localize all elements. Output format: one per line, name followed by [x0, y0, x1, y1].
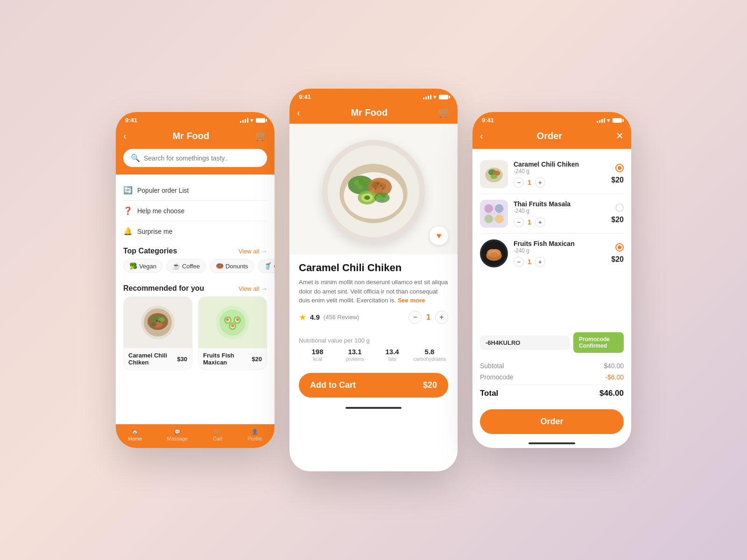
order-decrease-3[interactable]: − [514, 257, 524, 267]
cat-donuts[interactable]: 🍩 Donunts [210, 259, 254, 273]
search-icon: 🔍 [131, 154, 140, 162]
search-bar[interactable]: 🔍 [123, 149, 267, 167]
order-price-1: $20 [611, 176, 624, 184]
cart-icon-1[interactable]: 🛒 [255, 130, 267, 141]
menu-popular-label: Populer order List [137, 187, 189, 194]
status-icons-1: ▾ [240, 117, 265, 124]
see-more-link[interactable]: See more [398, 297, 425, 304]
recommended-grid: Caramel Chili Chiken $30 [116, 296, 275, 378]
order-radio-3[interactable] [615, 243, 624, 252]
status-bar-3: 9:41 ▾ [472, 112, 631, 126]
cart-icon-2[interactable]: 🛒 [438, 107, 450, 118]
close-btn[interactable]: ✕ [616, 130, 624, 141]
home-icon: 🏠 [132, 429, 138, 435]
increase-qty-btn[interactable]: + [435, 311, 448, 324]
recommended-header: Recommended for you View all → [116, 279, 275, 296]
order-item-details-1: Caramel Chili Chiken -240 g − 1 + [514, 161, 606, 188]
svg-point-3 [152, 316, 159, 322]
order-item-weight-1: -240 g [514, 168, 606, 175]
signal-1 [240, 118, 248, 123]
header-2: ‹ Mr Food 🛒 [289, 103, 458, 124]
bottom-nav-1: 🏠 Home 💬 Massage 🛒 Cart 👤 Profile [116, 424, 275, 448]
menu-item-surprise[interactable]: 🔔 Surprise me [123, 221, 267, 241]
order-qty-row-1: − 1 + [514, 177, 606, 188]
content-1: 🔄 Populer order List ❓ Help me choose 🔔 … [116, 175, 275, 424]
back-btn-2[interactable]: ‹ [297, 107, 300, 118]
nav-home[interactable]: 🏠 Home [128, 429, 142, 441]
recommended-view-all[interactable]: View all → [239, 285, 267, 292]
menu-section: 🔄 Populer order List ❓ Help me choose 🔔 … [116, 175, 275, 241]
order-decrease-2[interactable]: − [514, 217, 524, 227]
time-1: 9:41 [125, 117, 137, 124]
add-to-cart-button[interactable]: Add to Cart $20 [299, 373, 448, 398]
quantity-value: 1 [426, 313, 430, 322]
favorite-button[interactable]: ♥ [430, 226, 448, 245]
menu-item-popular[interactable]: 🔄 Populer order List [123, 180, 267, 201]
nav-message[interactable]: 💬 Massage [167, 429, 188, 441]
total-label: Total [480, 389, 498, 398]
cat-coffee[interactable]: ☕ Coffee [166, 259, 206, 273]
rec-card-1[interactable]: Caramel Chili Chiken $30 [123, 296, 192, 370]
back-btn-3[interactable]: ‹ [480, 131, 483, 141]
order-increase-3[interactable]: + [535, 257, 545, 267]
time-2: 9:41 [299, 93, 311, 100]
svg-point-38 [364, 196, 370, 200]
order-item-img-3 [480, 239, 508, 267]
cat-coffee-label: Coffee [182, 263, 200, 270]
svg-point-27 [363, 183, 367, 187]
back-btn-1[interactable]: ‹ [123, 131, 127, 141]
nutrition-fats: 13.4 fats [374, 348, 411, 362]
promo-row: Promocode -$6.00 [480, 371, 624, 383]
carbs-unit: carbohydrates [411, 356, 448, 362]
decrease-qty-btn[interactable]: − [409, 311, 422, 324]
header-1: ‹ Mr Food 🛒 [116, 126, 275, 149]
order-price-2: $20 [611, 216, 624, 224]
cat-donuts-label: Donunts [226, 263, 248, 270]
nav-profile[interactable]: 👤 Profile [247, 429, 262, 441]
product-image [322, 140, 425, 243]
totals-section: Subtotal $40.00 Promocode -$6.00 Total $… [472, 357, 631, 404]
nav-home-label: Home [128, 436, 142, 441]
search-input[interactable] [144, 154, 260, 162]
proteins-unit: proteins [336, 356, 374, 362]
nutrition-label: Nutritional value per 100 g [299, 337, 448, 344]
menu-item-help[interactable]: ❓ Help me choose [123, 201, 267, 221]
order-list: Caramel Chili Chiken -240 g − 1 + $20 [472, 149, 631, 329]
nutrition-row: 198 kcal 13.1 proteins 13.4 fats 5.8 car… [299, 348, 448, 362]
nav-cart-label: Cart [213, 436, 223, 441]
cat-vegan[interactable]: 🥦 Vegan [123, 259, 162, 273]
order-qty-row-2: − 1 + [514, 217, 606, 227]
order-radio-1[interactable] [615, 164, 624, 172]
svg-point-35 [382, 188, 384, 189]
help-icon: ❓ [123, 206, 133, 215]
svg-point-32 [377, 183, 379, 184]
rec-info-2: Fruits Fish Maxican $20 [198, 348, 267, 370]
wifi-icon-2: ▾ [433, 94, 436, 100]
nav-cart[interactable]: 🛒 Cart [213, 429, 223, 441]
add-to-cart-price: $20 [423, 380, 437, 390]
product-details: Caramel Chili Chiken Amet is minim molli… [289, 254, 458, 337]
wifi-icon-1: ▾ [250, 117, 253, 124]
order-button[interactable]: Order [480, 409, 624, 434]
svg-point-34 [375, 188, 376, 189]
order-increase-2[interactable]: + [535, 217, 545, 227]
rec-info-1: Caramel Chili Chiken $30 [124, 348, 192, 370]
svg-point-19 [231, 324, 234, 327]
order-radio-2[interactable] [615, 203, 624, 212]
order-qty-val-1: 1 [528, 179, 531, 186]
cat-extra[interactable]: 🥤 C [258, 259, 275, 273]
drink-icon: 🥤 [264, 262, 272, 270]
promo-code-input[interactable] [480, 336, 570, 350]
rec-img-1 [124, 297, 192, 348]
svg-point-26 [357, 184, 362, 189]
cat-vegan-label: Vegan [139, 263, 156, 270]
order-item-1: Caramel Chili Chiken -240 g − 1 + $20 [480, 154, 624, 194]
svg-point-33 [381, 185, 382, 186]
profile-icon: 👤 [252, 429, 258, 435]
rec-card-2[interactable]: Fruits Fish Maxican $20 [198, 296, 267, 370]
header-3: ‹ Order ✕ [472, 126, 631, 149]
order-decrease-1[interactable]: − [514, 177, 524, 188]
order-increase-1[interactable]: + [535, 177, 545, 188]
categories-view-all[interactable]: View all → [239, 248, 267, 255]
order-title: Order [483, 131, 616, 141]
